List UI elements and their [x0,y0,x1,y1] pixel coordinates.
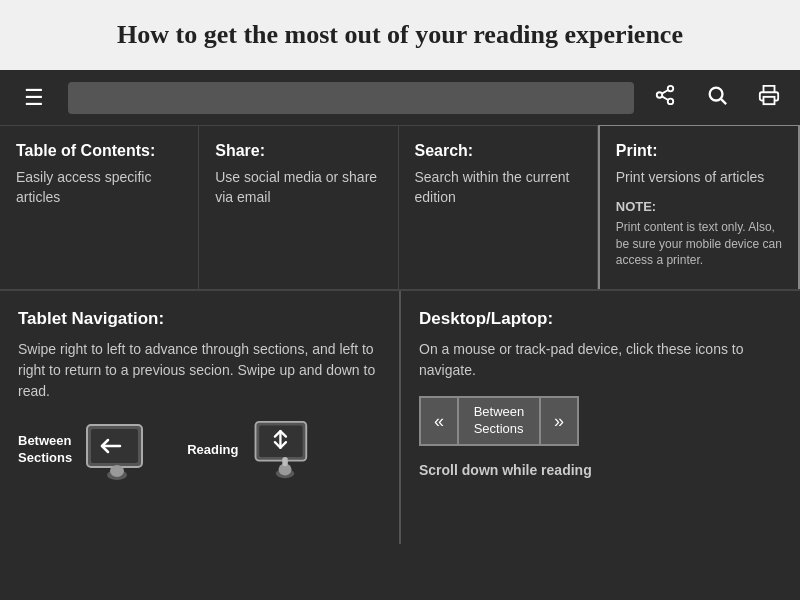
search-heading: Search: [415,142,581,160]
svg-point-5 [710,88,723,101]
tablet-nav-description: Swipe right to left to advance through s… [18,339,381,402]
search-icon[interactable] [696,78,738,117]
desktop-nav-description: On a mouse or track-pad device, click th… [419,339,782,381]
reading-tablet-icon [248,420,323,480]
toc-panel: Table of Contents: Easily access specifi… [0,126,199,289]
tablet-nav-heading: Tablet Navigation: [18,309,381,329]
print-icon[interactable] [748,78,790,117]
title-bar: How to get the most out of your reading … [0,0,800,70]
desktop-nav-panel: Desktop/Laptop: On a mouse or track-pad … [401,291,800,544]
print-note-text: Print content is text only. Also, be sur… [616,219,782,269]
page-title: How to get the most out of your reading … [117,20,683,50]
svg-line-6 [721,99,726,104]
between-sections-group: BetweenSections [18,420,157,480]
print-panel: Print: Print versions of articles NOTE: … [598,124,800,289]
hamburger-icon[interactable]: ☰ [10,77,58,119]
print-note-label: NOTE: [616,198,782,216]
between-sections-tablet-icon [82,420,157,480]
search-body: Search within the current edition [415,168,581,207]
tablet-nav-panel: Tablet Navigation: Swipe right to left t… [0,291,401,544]
desktop-nav-heading: Desktop/Laptop: [419,309,782,329]
svg-line-3 [662,96,668,100]
right-arrow-button[interactable]: » [539,396,579,446]
print-heading: Print: [616,142,782,160]
between-sections-label: BetweenSections [18,433,72,467]
search-bar[interactable] [68,82,634,114]
reading-label: Reading [187,442,238,459]
svg-line-4 [662,90,668,94]
nav-bar: ☰ [0,70,800,125]
share-body: Use social media or share via email [215,168,381,207]
bottom-row: Tablet Navigation: Swipe right to left t… [0,289,800,544]
toc-heading: Table of Contents: [16,142,182,160]
desktop-nav-controls: « BetweenSections » [419,396,782,446]
svg-rect-20 [283,457,289,466]
feature-row: Table of Contents: Easily access specifi… [0,125,800,289]
share-panel: Share: Use social media or share via ema… [199,126,398,289]
svg-point-2 [668,99,674,105]
nav-icons [644,78,790,117]
reading-group: Reading [187,420,323,480]
print-body: Print versions of articles [616,168,782,188]
svg-point-0 [668,86,674,92]
share-icon[interactable] [644,78,686,117]
desktop-between-label: BetweenSections [459,396,539,446]
toc-body: Easily access specific articles [16,168,182,207]
share-heading: Share: [215,142,381,160]
svg-point-1 [657,92,663,98]
tablet-icons: BetweenSections Reading [18,420,381,480]
search-panel: Search: Search within the current editio… [399,126,598,289]
svg-rect-12 [110,465,124,477]
svg-rect-7 [764,97,775,104]
scroll-label: Scroll down while reading [419,460,782,481]
left-arrow-button[interactable]: « [419,396,459,446]
